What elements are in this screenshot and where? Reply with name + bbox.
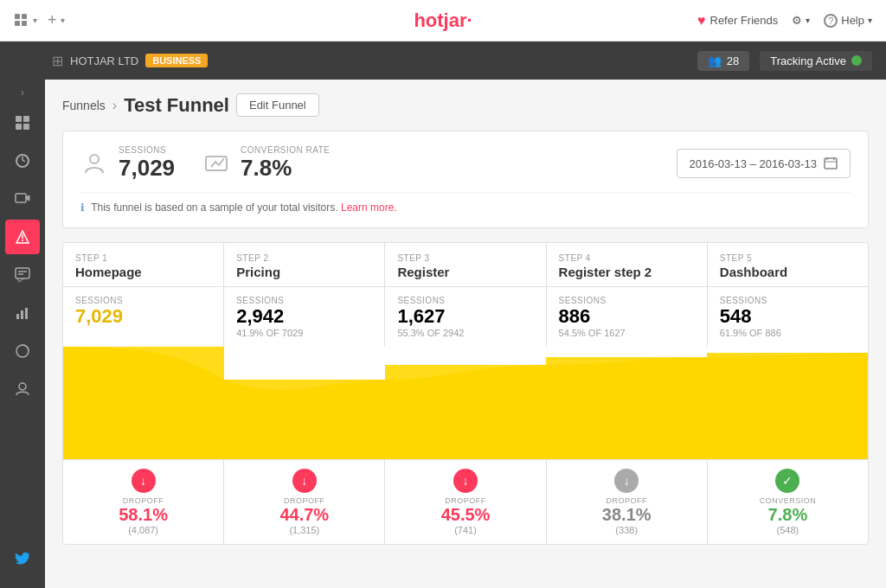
step-label-5: STEP 5 xyxy=(720,253,856,263)
dropoff-label-2: DROPOFF xyxy=(236,496,372,505)
session-label-4: SESSIONS xyxy=(559,296,695,305)
svg-rect-7 xyxy=(23,124,29,130)
funnel-container: STEP 1 Homepage STEP 2 Pricing STEP 3 Re… xyxy=(62,242,869,545)
sessions-value: 7,029 xyxy=(119,155,175,182)
session-value-2: 2,942 xyxy=(236,305,372,328)
svg-rect-17 xyxy=(21,310,23,319)
sidebar-item-dashboard[interactable] xyxy=(5,105,40,140)
session-col-5: SESSIONS 548 61.9% OF 886 xyxy=(708,287,868,347)
tracking-dot xyxy=(851,55,862,66)
logo-dot: · xyxy=(467,10,472,31)
session-value-4: 886 xyxy=(559,305,695,328)
building-icon: ⊞ xyxy=(52,53,63,69)
sidebar: › xyxy=(0,80,45,588)
step-col-3: STEP 3 Register xyxy=(385,243,546,286)
users-badge[interactable]: 👥 28 xyxy=(697,51,749,71)
dropoff-pct-4: 38.1% xyxy=(559,505,695,525)
analytics-icon xyxy=(15,305,30,321)
conversion-stat-icon xyxy=(202,150,230,177)
step-label-4: STEP 4 xyxy=(559,253,695,263)
grid-icon xyxy=(14,13,29,29)
svg-point-21 xyxy=(90,155,99,163)
grid-dropdown-arrow: ▾ xyxy=(33,16,37,25)
step-label-3: STEP 3 xyxy=(397,253,533,263)
svg-rect-9 xyxy=(16,194,26,202)
refer-friends-btn[interactable]: ♥ Refer Friends xyxy=(697,13,778,29)
grid-icon-btn[interactable]: ▾ xyxy=(14,13,37,29)
sidebar-bottom xyxy=(8,544,37,588)
sessions-stat: SESSIONS 7,029 xyxy=(80,145,175,182)
dropoff-pct-2: 44.7% xyxy=(236,505,372,525)
dashboard-icon xyxy=(15,115,30,131)
gear-icon: ⚙ xyxy=(792,14,802,27)
breadcrumb-funnels-link[interactable]: Funnels xyxy=(62,99,106,112)
svg-point-20 xyxy=(19,383,26,390)
main-layout: › Fun xyxy=(0,80,886,588)
conversion-stat-text: CONVERSION RATE 7.8% xyxy=(241,145,330,182)
plus-icon: + xyxy=(48,11,57,29)
help-btn[interactable]: ? Help ▾ xyxy=(824,14,872,28)
learn-more-link[interactable]: Learn more xyxy=(341,201,394,214)
session-sub-5: 61.9% OF 886 xyxy=(720,328,856,338)
dropoff-row: ↓ DROPOFF 58.1% (4,087) ↓ DROPOFF 44.7% … xyxy=(63,459,868,544)
sidebar-item-users[interactable] xyxy=(5,372,40,406)
dropoff-col-5: ✓ CONVERSION 7.8% (548) xyxy=(708,460,868,544)
dropoff-icon-3: ↓ xyxy=(453,469,478,493)
sub-header: ⊞ HOTJAR LTD BUSINESS 👥 28 Tracking Acti… xyxy=(0,42,886,80)
sessions-stat-text: SESSIONS 7,029 xyxy=(119,145,175,182)
dropoff-icon-1: ↓ xyxy=(132,469,156,493)
dropoff-col-1: ↓ DROPOFF 58.1% (4,087) xyxy=(63,460,224,544)
polls-icon xyxy=(15,343,30,359)
step-col-5: STEP 5 Dashboard xyxy=(708,243,868,286)
session-sub-4: 54.5% OF 1627 xyxy=(559,328,695,338)
sidebar-item-recordings[interactable] xyxy=(5,182,40,216)
sidebar-item-activity[interactable] xyxy=(5,144,40,178)
funnel-chart xyxy=(63,347,868,459)
dropoff-count-3: (741) xyxy=(397,525,533,535)
sidebar-item-analytics[interactable] xyxy=(5,296,40,330)
sidebar-collapse-btn[interactable]: › xyxy=(21,86,24,99)
info-text: ℹ This funnel is based on a sample of yo… xyxy=(80,192,851,214)
brand-name: HOTJAR LTD xyxy=(70,54,138,67)
session-col-1: SESSIONS 7,029 xyxy=(63,287,224,347)
session-col-3: SESSIONS 1,627 55.3% OF 2942 xyxy=(385,287,546,347)
refer-friends-label: Refer Friends xyxy=(710,14,779,27)
users-icon: 👥 xyxy=(708,54,722,67)
settings-btn[interactable]: ⚙ ▾ xyxy=(792,14,810,27)
dropoff-icon-4: ↓ xyxy=(614,469,639,493)
dropoff-col-2: ↓ DROPOFF 44.7% (1,315) xyxy=(224,460,385,544)
svg-rect-5 xyxy=(23,116,29,122)
dropoff-count-4: (338) xyxy=(559,525,695,535)
sidebar-item-polls[interactable] xyxy=(5,334,40,368)
steps-header: STEP 1 Homepage STEP 2 Pricing STEP 3 Re… xyxy=(63,243,868,287)
edit-funnel-btn[interactable]: Edit Funnel xyxy=(236,93,319,117)
svg-rect-0 xyxy=(15,14,20,19)
sidebar-item-feedback[interactable] xyxy=(5,258,40,292)
svg-point-12 xyxy=(22,240,23,241)
plus-btn[interactable]: + ▾ xyxy=(48,11,65,29)
calendar-icon xyxy=(824,157,838,170)
dropoff-pct-1: 58.1% xyxy=(75,505,211,525)
svg-rect-1 xyxy=(22,14,27,19)
conversion-count-5: (548) xyxy=(720,525,856,535)
svg-rect-16 xyxy=(16,314,19,319)
twitter-btn[interactable] xyxy=(8,544,37,578)
sub-header-right: 👥 28 Tracking Active xyxy=(697,51,872,71)
users-stat-icon xyxy=(80,150,108,177)
settings-dropdown-arrow: ▾ xyxy=(806,16,810,25)
dropoff-label-3: DROPOFF xyxy=(397,496,533,505)
sidebar-item-heatmaps[interactable] xyxy=(5,220,40,254)
funnel-svg xyxy=(63,347,868,459)
hotjar-logo: hotjar· xyxy=(414,10,472,32)
stats-metrics: SESSIONS 7,029 CONVERSION RATE 7.8% xyxy=(80,145,331,182)
users-count: 28 xyxy=(727,54,739,67)
session-label-5: SESSIONS xyxy=(720,296,856,305)
heatmaps-icon xyxy=(15,229,30,245)
main-content: Funnels › Test Funnel Edit Funnel SESSIO… xyxy=(45,80,886,588)
step-label-1: STEP 1 xyxy=(75,253,211,263)
help-dropdown-arrow: ▾ xyxy=(868,16,872,25)
user-icon xyxy=(15,381,30,397)
session-value-1: 7,029 xyxy=(75,305,211,328)
dropoff-icon-2: ↓ xyxy=(292,469,317,493)
date-range-btn[interactable]: 2016-03-13 – 2016-03-13 xyxy=(677,149,851,178)
